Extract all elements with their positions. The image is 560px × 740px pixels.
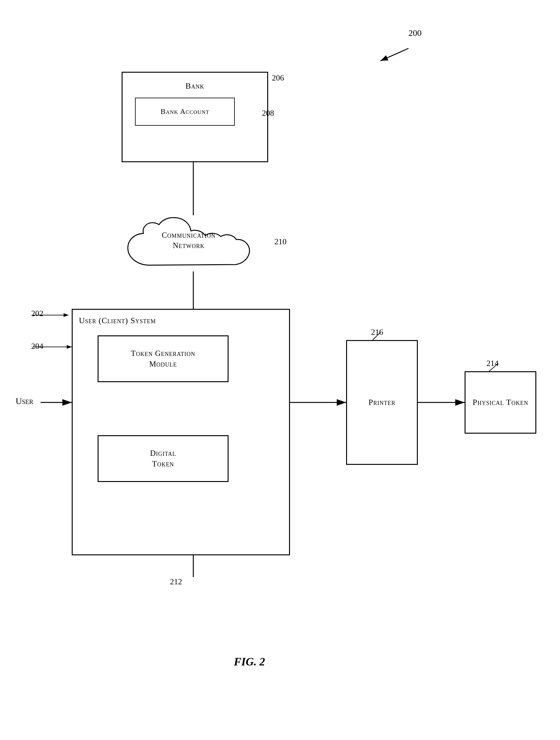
user-system-label: User (Client) System: [73, 310, 156, 326]
printer-box: Printer: [346, 340, 418, 465]
bank-ref: 206: [272, 73, 284, 83]
svg-line-16: [488, 363, 498, 372]
token-gen-box: Token GenerationModule: [98, 335, 229, 382]
user-system-box: User (Client) System Token GenerationMod…: [72, 309, 290, 555]
bank-account-label: Bank Account: [157, 104, 213, 119]
bank-account-box: Bank Account: [135, 98, 235, 126]
ref-200: 200: [409, 28, 422, 38]
physical-token-box: Physical Token: [465, 371, 536, 434]
bank-label: Bank: [182, 78, 208, 94]
fig-label: FIG. 2: [203, 655, 296, 668]
digital-token-box: DigitalToken: [98, 435, 229, 482]
ref-216-line: [371, 329, 390, 342]
user-label: User: [16, 396, 33, 406]
bank-account-ref: 208: [262, 109, 274, 118]
diagram-container: 200 Bank Bank Account 206 208 Communicat…: [0, 0, 560, 740]
bank-box: Bank Bank Account: [122, 72, 268, 162]
printer-label: Printer: [365, 395, 399, 410]
physical-token-label: Physical Token: [469, 395, 532, 410]
svg-line-15: [372, 332, 380, 340]
svg-line-2: [380, 49, 409, 61]
ref-214-line: [486, 360, 505, 374]
comm-network-ref: 210: [274, 237, 287, 247]
ref-204-arrow: [31, 343, 76, 351]
token-gen-label: Token GenerationModule: [127, 346, 199, 372]
comm-network-label: CommunicationNetwork: [122, 228, 256, 253]
ref-202-arrow: [31, 310, 75, 320]
digital-token-label: DigitalToken: [146, 446, 180, 472]
digital-token-ref: 212: [170, 577, 182, 586]
